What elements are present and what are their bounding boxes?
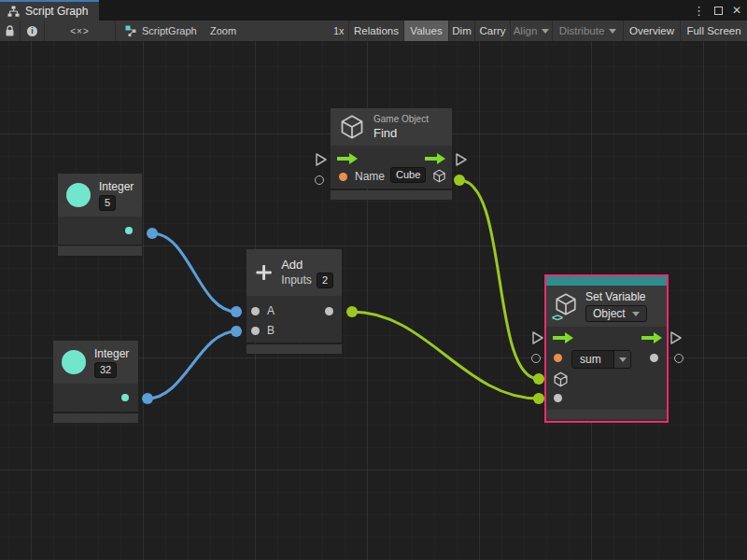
output-outside-port-circle[interactable] — [674, 354, 684, 363]
name-value-field[interactable]: Cube — [390, 167, 426, 183]
wire-add-to-setvariable-value[interactable] — [352, 312, 539, 399]
toolbar-button-fullscreen[interactable]: Full Screen — [681, 21, 747, 41]
output-value-port[interactable] — [650, 354, 658, 362]
node-header: <> Set Variable Object — [546, 286, 667, 327]
variable-kind-dropdown[interactable]: Object — [585, 305, 647, 322]
node-add[interactable]: Add Inputs 2 A B — [247, 249, 342, 354]
code-brackets-icon: <> — [552, 312, 562, 323]
script-graph-window: Script Graph ⋮ ✕ i <×> — [0, 0, 747, 560]
flow-out-port-triangle[interactable] — [455, 153, 467, 166]
value-input-port[interactable] — [554, 394, 562, 402]
node-footer — [331, 190, 452, 200]
node-header: Integer 32 — [53, 341, 138, 384]
toolbar-button-overview[interactable]: Overview — [624, 21, 681, 41]
window-menu-icon[interactable]: ⋮ — [693, 5, 705, 17]
dropdown-arrow-button[interactable] — [613, 351, 630, 368]
integer-type-icon — [66, 183, 91, 207]
node-body: Name Cube — [331, 146, 452, 189]
flow-in-port-triangle[interactable] — [315, 153, 327, 166]
graph-canvas[interactable]: Integer 5 Integer 32 — [0, 41, 747, 560]
target-object-port-icon[interactable] — [553, 371, 569, 387]
wire-find-to-setvariable-object[interactable] — [459, 180, 539, 379]
node-body: A B — [247, 296, 342, 343]
toolbar-button-carry[interactable]: Carry — [475, 21, 511, 41]
wire-integer32-to-add-b[interactable] — [148, 331, 236, 399]
output-port[interactable] — [125, 227, 133, 234]
integer-type-icon — [62, 350, 86, 374]
code-preview-button[interactable]: <×> — [45, 21, 116, 41]
wire-endpoint-dot[interactable] — [142, 393, 153, 404]
toolbar-button-distribute[interactable]: Distribute — [553, 21, 624, 41]
toolbar-button-values[interactable]: Values — [404, 21, 449, 41]
tab-bar: Script Graph ⋮ ✕ — [0, 0, 747, 21]
wire-endpoint-dot[interactable] — [454, 175, 465, 186]
integer-value-field[interactable]: 5 — [99, 195, 116, 211]
variable-name-dropdown[interactable]: sum — [571, 350, 631, 369]
node-body — [53, 384, 138, 412]
maximize-icon[interactable] — [714, 7, 723, 15]
wire-endpoint-dot[interactable] — [231, 326, 242, 337]
node-subtitle: Game Object — [374, 114, 429, 124]
result-cube-port-icon[interactable] — [432, 169, 446, 183]
graph-name: ScriptGraph — [142, 25, 197, 36]
script-graph-icon — [124, 24, 137, 37]
wire-endpoint-dot[interactable] — [533, 393, 544, 404]
integer-value-field[interactable]: 32 — [94, 362, 117, 378]
port-a-label: A — [267, 304, 275, 317]
flow-out-arrow-icon[interactable] — [641, 332, 662, 343]
chevron-down-icon — [542, 29, 549, 34]
plus-icon — [255, 260, 273, 285]
node-title: Set Variable — [585, 290, 647, 303]
name-input-port[interactable] — [339, 173, 347, 181]
flow-in-port-triangle[interactable] — [531, 331, 543, 344]
node-header: Game Object Find — [331, 108, 452, 146]
node-gameobject-find[interactable]: Game Object Find Name Cube — [331, 108, 452, 200]
input-port-b[interactable] — [251, 327, 260, 335]
wire-endpoint-dot[interactable] — [533, 373, 544, 385]
close-icon[interactable]: ✕ — [732, 5, 741, 16]
inputs-label: Inputs — [281, 273, 312, 287]
node-set-variable-selected[interactable]: <> Set Variable Object — [544, 274, 669, 423]
gameobject-cube-icon — [339, 114, 365, 140]
variable-name-port[interactable] — [554, 354, 562, 362]
toolbar-button-align[interactable]: Align — [511, 21, 553, 41]
toolbar-button-dim[interactable]: Dim — [449, 21, 475, 41]
node-integer-5[interactable]: Integer 5 — [58, 174, 142, 256]
variable-outside-port-circle[interactable] — [531, 354, 541, 363]
wire-endpoint-dot[interactable] — [147, 228, 158, 239]
flow-out-arrow-icon[interactable] — [425, 153, 445, 164]
info-button[interactable]: i — [21, 21, 45, 41]
wire-endpoint-dot[interactable] — [346, 306, 358, 317]
chevron-down-icon — [632, 312, 640, 316]
tab-title: Script Graph — [25, 5, 88, 18]
graph-toolbar: i <×> ScriptGraph Zoom 1x Relations Valu… — [0, 21, 747, 41]
node-integer-32[interactable]: Integer 32 — [53, 341, 138, 423]
toolbar-button-relations[interactable]: Relations — [348, 21, 404, 41]
graph-breadcrumb[interactable]: ScriptGraph — [124, 21, 197, 41]
node-footer — [247, 344, 342, 354]
node-title: Integer — [94, 347, 129, 360]
flow-in-arrow-icon[interactable] — [337, 153, 358, 164]
output-port-sum[interactable] — [325, 307, 333, 315]
flow-in-arrow-icon[interactable] — [553, 332, 573, 343]
zoom-label: Zoom — [210, 21, 236, 41]
node-title: Find — [374, 126, 429, 140]
node-header: Add Inputs 2 — [247, 249, 342, 296]
node-footer — [53, 413, 138, 423]
lock-icon — [5, 25, 15, 37]
wire-integer5-to-add-a[interactable] — [152, 233, 236, 312]
lock-button[interactable] — [0, 21, 21, 41]
node-footer — [58, 246, 142, 256]
inputs-count-field[interactable]: 2 — [317, 273, 333, 288]
node-footer — [546, 410, 667, 419]
node-body: sum — [546, 327, 667, 408]
input-port-a[interactable] — [251, 307, 260, 315]
output-port[interactable] — [121, 394, 129, 401]
chevron-down-icon — [619, 357, 627, 362]
wire-endpoint-dot[interactable] — [231, 306, 242, 317]
tab-script-graph[interactable]: Script Graph — [0, 0, 99, 21]
port-b-label: B — [267, 324, 275, 337]
flow-out-port-triangle[interactable] — [669, 331, 682, 344]
name-outside-port-circle[interactable] — [315, 175, 324, 185]
zoom-value: 1x — [333, 21, 345, 41]
